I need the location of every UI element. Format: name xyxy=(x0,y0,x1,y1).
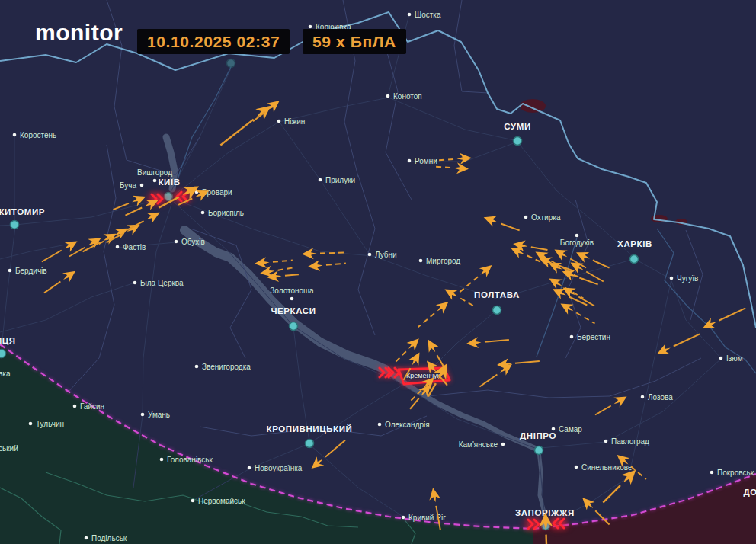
town-label: Первомайськ xyxy=(198,497,245,505)
town-marker: Умань xyxy=(141,411,170,419)
city-dot xyxy=(0,350,6,358)
city-label: КРОПИВНИЦЬКИЙ xyxy=(267,424,353,434)
town-label: Тульчин xyxy=(36,420,64,428)
town-label: Звенигородка xyxy=(202,363,251,371)
town-marker: Бориспіль xyxy=(201,209,244,217)
town-dot xyxy=(195,365,199,369)
drone-icon[interactable] xyxy=(432,161,469,174)
city-label: ЖИТОМИР xyxy=(0,207,45,216)
town-dot xyxy=(73,405,77,408)
drone-trail xyxy=(114,203,129,210)
town-marker: Кам'янське xyxy=(459,440,505,449)
town-dot xyxy=(641,395,645,399)
town-dot xyxy=(719,357,723,360)
town-label: Новоукраїнка xyxy=(255,464,303,472)
city-dot xyxy=(493,306,501,315)
town-label: Ізюм xyxy=(726,354,743,363)
reservoir xyxy=(184,230,386,370)
town-marker: Прилуки xyxy=(319,176,355,184)
town-dot xyxy=(309,25,312,29)
town-marker: Біла Церква xyxy=(133,279,184,287)
drone-icon[interactable] xyxy=(655,329,703,360)
drone-shape xyxy=(423,337,440,355)
town-label: Миргород xyxy=(426,257,460,265)
town-dot xyxy=(570,335,574,339)
drone-icon[interactable] xyxy=(308,436,349,473)
drone-shape xyxy=(434,297,453,315)
town-marker: Чугуїв xyxy=(670,274,699,283)
drone-trail xyxy=(479,374,497,386)
drone-trail xyxy=(719,308,745,320)
town-dot xyxy=(160,458,164,462)
drone-shape xyxy=(442,284,460,302)
drone-icon[interactable] xyxy=(568,258,607,286)
drone-shape xyxy=(482,212,499,228)
drone-icon[interactable] xyxy=(700,303,748,334)
drone-trail xyxy=(285,274,299,276)
town-label: Бердичів xyxy=(15,267,47,275)
town-dot xyxy=(13,133,17,137)
drone-icon[interactable] xyxy=(434,152,472,166)
drone-icon[interactable] xyxy=(496,356,540,371)
city-dot xyxy=(306,440,314,448)
town-dot xyxy=(201,211,205,215)
ukraine-map[interactable]: КременчукКорюківкаШосткаКонотопНіжинРомн… xyxy=(0,0,756,544)
town-marker: Голованівськ xyxy=(160,456,213,464)
drone-icon[interactable] xyxy=(466,334,509,350)
drone-icon[interactable] xyxy=(302,247,346,260)
drone-trail xyxy=(394,351,406,363)
town-marker: Лубни xyxy=(368,251,397,259)
drone-trail xyxy=(485,340,509,342)
drone-icon[interactable] xyxy=(254,254,293,269)
drone-trail xyxy=(325,440,345,457)
town-label: Біла Церква xyxy=(140,279,184,287)
drone-count-badge: 59 х БпЛА xyxy=(303,29,406,54)
town-label: Бориспіль xyxy=(208,209,244,217)
oblast-border xyxy=(381,30,412,200)
town-label: Коростень xyxy=(20,131,56,139)
state-border xyxy=(0,12,756,328)
drone-icon[interactable] xyxy=(574,248,612,274)
drone-icon[interactable] xyxy=(123,207,162,235)
town-dot xyxy=(8,269,12,273)
town-marker: Покровськ xyxy=(710,469,754,477)
town-dot xyxy=(85,536,88,540)
drone-shape xyxy=(550,284,569,301)
drone-trail xyxy=(418,313,434,327)
town-marker: Ізюм xyxy=(719,354,743,363)
town-marker: Ромни xyxy=(408,157,437,165)
target-zone-label: Кременчук xyxy=(406,372,440,379)
city-label: ПОЛТАВА xyxy=(474,290,520,299)
drone-icon[interactable] xyxy=(558,299,598,328)
drone-icon[interactable] xyxy=(216,101,275,151)
drone-icon[interactable] xyxy=(307,258,346,272)
drone-icon[interactable] xyxy=(598,465,641,507)
drone-trail xyxy=(326,264,346,265)
town-label: Обухів xyxy=(181,238,205,246)
town-dot xyxy=(133,281,137,285)
town-dot xyxy=(670,277,674,280)
drone-icon[interactable] xyxy=(415,297,452,331)
oblast-border xyxy=(69,145,116,392)
drone-trail xyxy=(579,277,597,284)
drone-shape xyxy=(407,350,424,368)
town-label: Самар xyxy=(559,425,582,434)
drone-icon[interactable] xyxy=(482,212,521,235)
drone-monitor-app: КременчукКорюківкаШосткаКонотопНіжинРомн… xyxy=(0,0,756,544)
town-label: вка xyxy=(0,370,11,378)
timestamp-badge: 10.10.2025 02:37 xyxy=(137,29,290,54)
drone-icon[interactable] xyxy=(39,236,80,267)
drone-icon[interactable] xyxy=(111,191,148,215)
drone-trail xyxy=(220,120,253,146)
city-marker: ДОНЕЦЬК xyxy=(744,488,756,497)
town-marker: Охтирка xyxy=(524,213,561,222)
drone-shape xyxy=(453,162,469,174)
drone-trail xyxy=(278,267,295,270)
road-line xyxy=(546,279,671,526)
town-dot xyxy=(402,516,405,520)
town-label: Вишгород xyxy=(137,168,172,177)
town-dot xyxy=(248,466,251,470)
drone-shape xyxy=(546,274,565,291)
town-marker: Звенигородка xyxy=(195,363,251,371)
drone-trail xyxy=(320,252,346,253)
